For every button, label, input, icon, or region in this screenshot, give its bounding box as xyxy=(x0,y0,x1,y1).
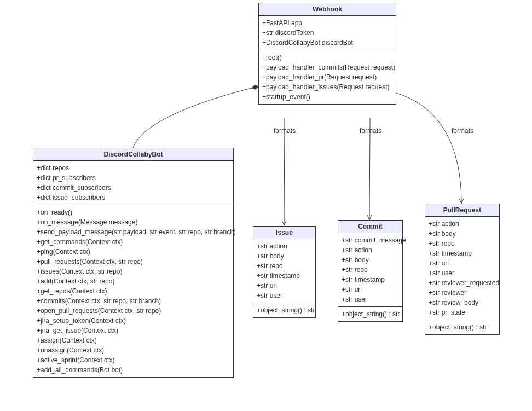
attr-row: +str timestamp xyxy=(429,248,496,258)
class-title-webhook: Webhook xyxy=(259,3,396,16)
method-row: +send_payload_message(str payload, str e… xyxy=(37,227,230,237)
attr-row: +DiscordCollabyBot discordBot xyxy=(262,38,392,48)
relation-label-formats-commit: formats xyxy=(360,127,381,135)
method-row: +object_string() : str xyxy=(429,322,496,332)
attr-row: +str user xyxy=(429,268,496,278)
class-pullrequest: PullRequest +str action +str body +str r… xyxy=(425,204,500,335)
attr-row: +dict pr_subscribers xyxy=(37,173,230,183)
attr-row: +str repo xyxy=(257,261,312,271)
attr-row: +str timestamp xyxy=(257,271,312,281)
class-attrs-bot: +dict repos +dict pr_subscribers +dict c… xyxy=(33,161,233,205)
method-row-static: +add_all_commands(Bot bot) xyxy=(37,365,230,375)
class-methods-commit: +object_string() : str xyxy=(338,307,402,321)
attr-row: +str reviewer xyxy=(429,288,496,298)
method-row: +jira_setup_token(Context ctx) xyxy=(37,316,230,326)
method-row: +get_repos(Context ctx) xyxy=(37,286,230,296)
class-methods-pr: +object_string() : str xyxy=(425,320,499,334)
attr-row: +str review_body xyxy=(429,298,496,308)
attr-row: +str body xyxy=(342,255,399,265)
class-attrs-pr: +str action +str body +str repo +str tim… xyxy=(425,217,499,320)
method-row: +commits(Context ctx, str repo, str bran… xyxy=(37,296,230,306)
attr-row: +str action xyxy=(429,219,496,229)
attr-row: +str url xyxy=(257,281,312,291)
attr-row: +dict repos xyxy=(37,163,230,173)
method-row: +unassign(Context ctx) xyxy=(37,345,230,355)
class-webhook: Webhook +FastAPI app +str discordToken +… xyxy=(258,3,396,105)
class-discordcollabybot: DiscordCollabyBot +dict repos +dict pr_s… xyxy=(33,148,234,378)
attr-row: +FastAPI app xyxy=(262,18,392,28)
attr-row: +str url xyxy=(342,285,399,294)
class-title-issue: Issue xyxy=(253,227,315,239)
attr-row: +str discordToken xyxy=(262,28,392,38)
method-row: +payload_handler_commits(Request request… xyxy=(262,62,392,72)
class-attrs-commit: +str commit_message +str action +str bod… xyxy=(338,233,402,307)
method-row: +startup_event() xyxy=(262,92,392,102)
attr-row: +dict commit_subscribers xyxy=(37,183,230,193)
class-title-pr: PullRequest xyxy=(425,204,499,217)
attr-row: +str user xyxy=(342,294,399,304)
attr-row: +str timestamp xyxy=(342,275,399,285)
class-methods-issue: +object_string() : str xyxy=(253,303,315,317)
relation-label-formats-pr: formats xyxy=(452,127,473,135)
method-row: +object_string() : str xyxy=(342,309,399,319)
attr-row: +str pr_state xyxy=(429,308,496,317)
method-row: +on_message(Message message) xyxy=(37,217,230,227)
class-methods-bot: +on_ready() +on_message(Message message)… xyxy=(33,205,233,377)
method-row: +on_ready() xyxy=(37,207,230,217)
method-row: +get_commands(Context ctx) xyxy=(37,237,230,247)
class-title-bot: DiscordCollabyBot xyxy=(33,148,233,161)
method-row: +payload_handler_pr(Request request) xyxy=(262,72,392,82)
method-row: +ping(Context ctx) xyxy=(37,247,230,257)
attr-row: +str body xyxy=(257,251,312,261)
method-row: +jira_get_issue(Context ctx) xyxy=(37,326,230,335)
attr-row: +str repo xyxy=(342,265,399,275)
attr-row: +str url xyxy=(429,258,496,268)
method-row: +issues(Context ctx, str repo) xyxy=(37,267,230,276)
attr-row: +str action xyxy=(257,241,312,251)
method-row: +root() xyxy=(262,53,392,62)
method-row: +open_pull_requests(Context ctx, str rep… xyxy=(37,306,230,316)
class-commit: Commit +str commit_message +str action +… xyxy=(338,220,403,322)
method-row: +object_string() : str xyxy=(257,305,312,315)
attr-row: +str action xyxy=(342,245,399,255)
method-row: +assign(Context ctx) xyxy=(37,335,230,345)
attr-row: +dict issue_subscribers xyxy=(37,193,230,202)
attr-row: +str repo xyxy=(429,239,496,248)
attr-row: +str user xyxy=(257,291,312,300)
class-issue: Issue +str action +str body +str repo +s… xyxy=(253,226,316,318)
method-row: +add(Context ctx, str repo) xyxy=(37,276,230,286)
attr-row: +str body xyxy=(429,229,496,239)
attr-row: +str commit_message xyxy=(342,235,399,245)
class-attrs-issue: +str action +str body +str repo +str tim… xyxy=(253,239,315,303)
class-attrs-webhook: +FastAPI app +str discordToken +DiscordC… xyxy=(259,16,396,50)
attr-row: +str reviewer_requested xyxy=(429,278,496,288)
class-title-commit: Commit xyxy=(338,221,402,233)
relation-label-formats-issue: formats xyxy=(274,127,296,135)
method-row: +pull_requests(Context ctx, str repo) xyxy=(37,257,230,267)
class-methods-webhook: +root() +payload_handler_commits(Request… xyxy=(259,50,396,104)
method-row: +active_sprint(Context ctx) xyxy=(37,355,230,365)
method-row: +payload_handler_issues(Request request) xyxy=(262,82,392,92)
